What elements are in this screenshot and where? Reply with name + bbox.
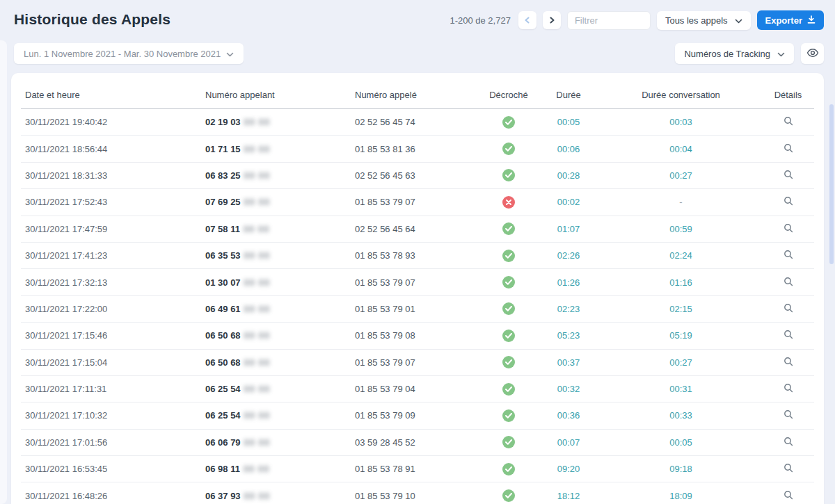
cell-answered — [480, 250, 537, 262]
table-row[interactable]: 30/11/2021 16:53:45 06 98 1100 00 01 85 … — [21, 456, 814, 482]
chevron-down-icon — [226, 49, 234, 59]
caller-number-redacted: 00 00 — [244, 277, 271, 288]
magnifier-icon — [784, 437, 793, 448]
column-header-answered: Décroché — [480, 90, 537, 100]
table-row[interactable]: 30/11/2021 17:52:43 07 69 2500 00 01 85 … — [21, 189, 814, 216]
caller-number-visible: 06 49 61 — [205, 304, 241, 314]
table-row[interactable]: 30/11/2021 17:47:59 07 58 1100 00 02 52 … — [21, 216, 814, 243]
table-row[interactable]: 30/11/2021 18:56:44 01 71 1500 00 01 85 … — [21, 136, 814, 162]
cell-caller-number: 06 98 1100 00 — [205, 464, 355, 474]
date-range-picker[interactable]: Lun. 1 Novembre 2021 - Mar. 30 Novembre … — [14, 43, 244, 64]
column-header-duration: Durée — [537, 90, 600, 100]
cell-answered — [480, 463, 537, 475]
caller-number-visible: 06 25 54 — [205, 410, 241, 421]
table-row[interactable]: 30/11/2021 17:41:23 06 35 5300 00 01 85 … — [21, 243, 814, 269]
magnifier-icon — [784, 303, 793, 315]
details-button[interactable] — [782, 355, 795, 370]
details-button[interactable] — [782, 435, 795, 450]
answered-status-icon — [502, 143, 515, 155]
caller-number-visible: 07 69 25 — [205, 197, 241, 207]
cell-details — [762, 328, 814, 343]
details-button[interactable] — [782, 408, 795, 423]
caller-number-visible: 07 58 11 — [205, 224, 240, 234]
caller-number-redacted: 00 00 — [244, 117, 271, 127]
details-button[interactable] — [782, 248, 795, 263]
cell-duration: 00:28 — [537, 170, 600, 181]
calls-type-dropdown[interactable]: Tous les appels — [657, 11, 751, 30]
cell-details — [762, 248, 814, 263]
cell-duration: 02:23 — [537, 304, 600, 314]
prev-page-button[interactable] — [518, 11, 536, 29]
details-button[interactable] — [782, 302, 795, 316]
cell-caller-number: 06 06 7900 00 — [205, 437, 355, 448]
answered-status-icon — [502, 383, 515, 396]
magnifier-icon — [784, 196, 793, 208]
magnifier-icon — [784, 357, 793, 368]
cell-details — [762, 275, 814, 290]
details-button[interactable] — [782, 195, 795, 209]
magnifier-icon — [784, 116, 793, 128]
cell-details — [762, 489, 814, 503]
column-header-details: Détails — [762, 90, 814, 100]
caller-number-redacted: 00 00 — [244, 144, 271, 154]
cell-datetime: 30/11/2021 17:01:56 — [21, 437, 205, 448]
magnifier-icon — [784, 223, 793, 235]
cell-datetime: 30/11/2021 17:32:13 — [21, 277, 205, 288]
caller-number-visible: 06 50 68 — [205, 357, 241, 368]
cell-called-number: 01 85 53 79 10 — [355, 491, 480, 501]
details-button[interactable] — [782, 222, 795, 236]
visibility-toggle-button[interactable] — [801, 43, 824, 64]
caller-number-visible: 06 83 25 — [205, 170, 241, 181]
details-button[interactable] — [782, 168, 795, 183]
cell-caller-number: 02 19 0300 00 — [205, 117, 355, 127]
cell-caller-number: 07 58 1100 00 — [205, 224, 355, 234]
table-row[interactable]: 30/11/2021 17:32:13 01 30 0700 00 01 85 … — [21, 269, 814, 295]
cell-details — [762, 222, 814, 236]
cell-details — [762, 142, 814, 156]
cell-answered — [480, 436, 537, 448]
details-button[interactable] — [782, 489, 795, 503]
page-title: Historique des Appels — [14, 11, 170, 28]
cell-details — [762, 195, 814, 209]
filter-input[interactable] — [567, 11, 651, 30]
cell-duration: 18:12 — [537, 491, 600, 501]
cell-called-number: 01 85 53 79 01 — [355, 304, 480, 314]
pagination-label: 1-200 de 2,727 — [450, 15, 510, 26]
cell-datetime: 30/11/2021 16:53:45 — [21, 464, 205, 474]
caller-number-redacted: 00 00 — [244, 224, 270, 234]
details-button[interactable] — [782, 462, 795, 476]
table-row[interactable]: 30/11/2021 16:48:26 06 37 9300 00 01 85 … — [21, 482, 814, 504]
table-row[interactable]: 30/11/2021 17:15:04 06 50 6800 00 01 85 … — [21, 350, 814, 376]
details-button[interactable] — [782, 275, 795, 290]
cell-called-number: 03 59 28 45 52 — [355, 437, 480, 448]
export-button[interactable]: Exporter — [757, 10, 824, 30]
table-row[interactable]: 30/11/2021 17:01:56 06 06 7900 00 03 59 … — [21, 430, 814, 456]
answered-status-icon — [502, 302, 515, 315]
table-row[interactable]: 30/11/2021 17:11:31 06 25 5400 00 01 85 … — [21, 376, 814, 403]
answered-status-icon — [502, 169, 515, 181]
cell-duration: 01:07 — [537, 224, 600, 234]
table-row[interactable]: 30/11/2021 17:10:32 06 25 5400 00 01 85 … — [21, 403, 814, 429]
table-row[interactable]: 30/11/2021 17:15:46 06 50 6800 00 01 85 … — [21, 323, 814, 349]
cell-called-number: 01 85 53 79 07 — [355, 277, 480, 288]
caller-number-visible: 06 98 11 — [205, 464, 240, 474]
answered-status-icon — [502, 436, 515, 448]
details-button[interactable] — [782, 328, 795, 343]
cell-answered — [480, 356, 537, 368]
cell-called-number: 01 85 53 78 93 — [355, 250, 480, 261]
cell-talk-duration: - — [600, 197, 762, 207]
next-page-button[interactable] — [543, 11, 561, 29]
tracking-numbers-dropdown[interactable]: Numéros de Tracking — [675, 43, 794, 64]
magnifier-icon — [784, 143, 793, 155]
cell-called-number: 02 52 56 45 63 — [355, 170, 480, 181]
table-row[interactable]: 30/11/2021 17:22:00 06 49 6100 00 01 85 … — [21, 296, 814, 323]
table-row[interactable]: 30/11/2021 18:31:33 06 83 2500 00 02 52 … — [21, 163, 814, 189]
details-button[interactable] — [782, 115, 795, 129]
chevron-right-icon — [548, 17, 555, 24]
magnifier-icon — [784, 409, 793, 421]
cell-called-number: 01 85 53 79 07 — [355, 357, 480, 368]
scrollbar-thumb[interactable] — [829, 104, 834, 264]
details-button[interactable] — [782, 382, 795, 396]
details-button[interactable] — [782, 142, 795, 156]
table-row[interactable]: 30/11/2021 19:40:42 02 19 0300 00 02 52 … — [21, 109, 814, 136]
